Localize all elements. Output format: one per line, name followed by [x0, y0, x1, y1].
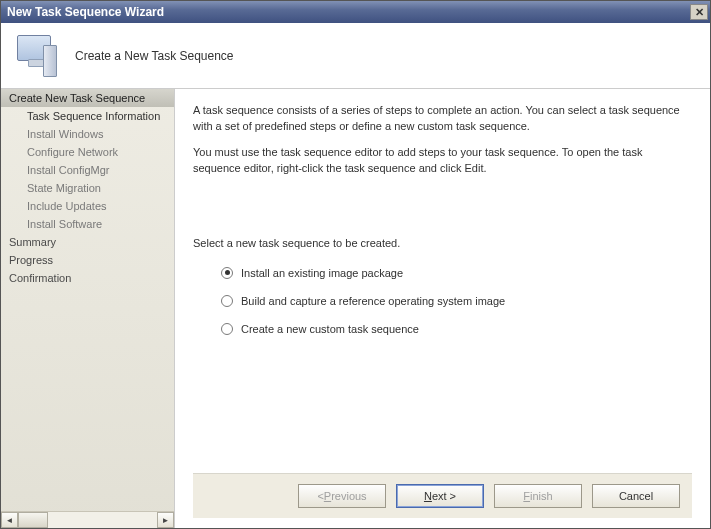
radio-icon — [221, 323, 233, 335]
option-label: Create a new custom task sequence — [241, 323, 419, 335]
substep-install-windows[interactable]: Install Windows — [1, 125, 174, 143]
option-create-custom[interactable]: Create a new custom task sequence — [193, 319, 692, 339]
description-paragraph-1: A task sequence consists of a series of … — [193, 103, 692, 135]
cancel-button[interactable]: Cancel — [592, 484, 680, 508]
substep-configure-network[interactable]: Configure Network — [1, 143, 174, 161]
radio-icon — [221, 295, 233, 307]
sidebar-horizontal-scrollbar[interactable]: ◄ ► — [1, 511, 174, 528]
substep-install-configmgr[interactable]: Install ConfigMgr — [1, 161, 174, 179]
scroll-left-button[interactable]: ◄ — [1, 512, 18, 528]
button-row: < Previous Next > Finish Cancel — [193, 473, 692, 518]
previous-button[interactable]: < Previous — [298, 484, 386, 508]
step-progress[interactable]: Progress — [1, 251, 174, 269]
substep-include-updates[interactable]: Include Updates — [1, 197, 174, 215]
page-title: Create a New Task Sequence — [75, 49, 234, 63]
scroll-track[interactable] — [18, 512, 157, 528]
radio-icon — [221, 267, 233, 279]
title-bar: New Task Sequence Wizard ✕ — [1, 1, 710, 23]
computer-icon — [15, 35, 57, 77]
next-button[interactable]: Next > — [396, 484, 484, 508]
close-button[interactable]: ✕ — [690, 4, 708, 20]
substep-task-sequence-information[interactable]: Task Sequence Information — [1, 107, 174, 125]
substep-install-software[interactable]: Install Software — [1, 215, 174, 233]
wizard-header: Create a New Task Sequence — [1, 23, 710, 89]
chevron-left-icon: ◄ — [6, 516, 14, 525]
option-build-and-capture[interactable]: Build and capture a reference operating … — [193, 291, 692, 311]
wizard-window: New Task Sequence Wizard ✕ Create a New … — [0, 0, 711, 529]
option-label: Build and capture a reference operating … — [241, 295, 505, 307]
finish-button[interactable]: Finish — [494, 484, 582, 508]
wizard-body: Create New Task Sequence Task Sequence I… — [1, 89, 710, 528]
step-nav: Create New Task Sequence Task Sequence I… — [1, 89, 174, 511]
step-summary[interactable]: Summary — [1, 233, 174, 251]
scroll-right-button[interactable]: ► — [157, 512, 174, 528]
scroll-thumb[interactable] — [18, 512, 48, 528]
description-paragraph-2: You must use the task sequence editor to… — [193, 145, 692, 177]
sidebar: Create New Task Sequence Task Sequence I… — [1, 89, 175, 528]
close-icon: ✕ — [695, 7, 704, 18]
option-install-existing-image[interactable]: Install an existing image package — [193, 263, 692, 283]
step-create-new-task-sequence[interactable]: Create New Task Sequence — [1, 89, 174, 107]
step-confirmation[interactable]: Confirmation — [1, 269, 174, 287]
content-pane: A task sequence consists of a series of … — [175, 89, 710, 528]
substep-state-migration[interactable]: State Migration — [1, 179, 174, 197]
chevron-right-icon: ► — [162, 516, 170, 525]
option-label: Install an existing image package — [241, 267, 403, 279]
selection-prompt: Select a new task sequence to be created… — [193, 237, 692, 249]
window-title: New Task Sequence Wizard — [7, 5, 164, 19]
